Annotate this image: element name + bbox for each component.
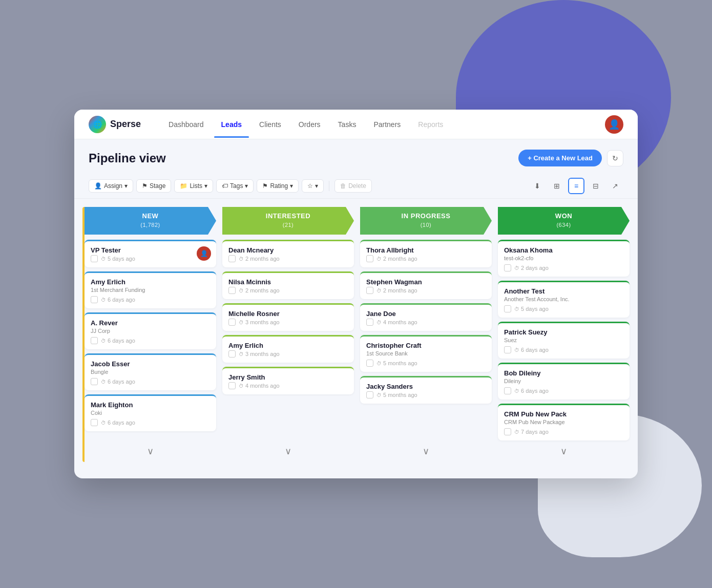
clock-icon xyxy=(239,319,244,325)
assign-button[interactable]: 👤 Assign ▾ xyxy=(89,179,133,193)
download-button[interactable]: ⬇ xyxy=(529,178,546,194)
table-row[interactable]: Jacky Sanders 5 months ago xyxy=(360,376,492,404)
card-footer: 7 days ago xyxy=(504,428,623,435)
card-checkbox[interactable] xyxy=(366,287,373,294)
card-title: Another Test xyxy=(504,287,623,295)
table-row[interactable]: Jerry Smith 4 months ago xyxy=(222,367,354,394)
table-row[interactable]: Dean Mcneary 2 months ago xyxy=(222,240,354,267)
page-header: Pipeline view + Create a New Lead ↻ xyxy=(74,139,638,174)
card-checkbox[interactable] xyxy=(366,319,373,326)
card-checkbox[interactable] xyxy=(504,346,511,353)
card-footer: 6 days ago xyxy=(91,378,210,385)
stage-button[interactable]: ⚑ Stage xyxy=(136,179,171,193)
card-footer: 2 months ago xyxy=(366,287,486,294)
nav-leads[interactable]: Leads xyxy=(214,116,249,133)
card-checkbox[interactable] xyxy=(366,360,373,367)
nav-dashboard[interactable]: Dashboard xyxy=(161,116,211,133)
clock-icon xyxy=(376,360,382,366)
nav-items: Dashboard Leads Clients Orders Tasks Par… xyxy=(161,116,605,133)
card-checkbox[interactable] xyxy=(91,337,98,344)
table-view-button[interactable]: ⊟ xyxy=(588,178,604,194)
card-checkbox[interactable] xyxy=(504,305,511,312)
lists-button[interactable]: 📁 Lists ▾ xyxy=(174,179,213,193)
table-row[interactable]: Patrick SuezySuez 6 days ago xyxy=(498,322,630,359)
table-row[interactable]: Jane Doe 4 months ago xyxy=(360,303,492,331)
cards-list-won: Oksana Khomatest-ok2-cfo 2 days ago Anot… xyxy=(498,240,630,440)
nav-tasks[interactable]: Tasks xyxy=(331,116,364,133)
card-checkbox[interactable] xyxy=(504,387,511,394)
assign-chevron: ▾ xyxy=(124,182,128,190)
table-row[interactable]: Amy Erlich 3 months ago xyxy=(222,335,354,363)
star-button[interactable]: ☆ ▾ xyxy=(302,179,324,193)
nav-clients[interactable]: Clients xyxy=(252,116,288,133)
delete-button[interactable]: 🗑 Delete xyxy=(334,179,372,193)
card-checkbox[interactable] xyxy=(91,419,98,426)
card-footer: 2 days ago xyxy=(504,264,623,271)
card-checkbox[interactable] xyxy=(228,255,236,262)
card-title: Nilsa Mcinnis xyxy=(228,278,348,286)
table-row[interactable]: Oksana Khomatest-ok2-cfo 2 days ago xyxy=(498,240,630,277)
table-row[interactable]: Jacob EsserBungle 6 days ago xyxy=(85,353,216,390)
card-checkbox[interactable] xyxy=(91,296,98,303)
cards-list-inprogress: Thora Allbright 2 months ago Stephen Wag… xyxy=(360,240,492,440)
card-checkbox[interactable] xyxy=(366,255,373,262)
kanban-view-button[interactable]: ≡ xyxy=(568,178,584,194)
logo-text: Sperse xyxy=(110,119,141,130)
table-row[interactable]: Christopher Craft1st Source Bank 5 month… xyxy=(360,335,492,372)
expand-button[interactable]: ↗ xyxy=(607,178,623,194)
card-checkbox[interactable] xyxy=(91,255,98,262)
rating-button[interactable]: ⚑ Rating ▾ xyxy=(257,179,299,193)
card-time: 3 months ago xyxy=(239,351,280,357)
table-row[interactable]: A. ReverJJ Corp 6 days ago xyxy=(85,312,216,349)
card-time: 5 days ago xyxy=(101,256,135,262)
table-row[interactable]: Michelle Rosner 3 months ago xyxy=(222,303,354,331)
user-avatar[interactable]: 👤 xyxy=(605,115,623,134)
card-checkbox[interactable] xyxy=(228,350,236,358)
card-time: 2 months ago xyxy=(239,256,280,262)
card-checkbox[interactable] xyxy=(228,287,236,294)
table-row[interactable]: Bob DileinyDileiny 6 days ago xyxy=(498,363,630,400)
create-lead-button[interactable]: + Create a New Lead xyxy=(518,150,602,166)
card-footer: 2 months ago xyxy=(228,287,348,294)
trash-icon: 🗑 xyxy=(340,182,346,190)
card-checkbox[interactable] xyxy=(228,319,236,326)
col-label-new: NEW(1,782) xyxy=(140,212,160,229)
card-subtitle: Bungle xyxy=(91,369,210,375)
load-more-button[interactable]: ∨ xyxy=(85,440,216,462)
table-row[interactable]: Another TestAnother Test Account, Inc. 5… xyxy=(498,281,630,318)
card-title: Jacky Sanders xyxy=(366,383,486,390)
rating-chevron: ▾ xyxy=(290,182,293,190)
table-row[interactable]: Thora Allbright 2 months ago xyxy=(360,240,492,267)
table-row[interactable]: Nilsa Mcinnis 2 months ago xyxy=(222,271,354,299)
main-window: 🌐 Sperse Dashboard Leads Clients Orders … xyxy=(74,110,638,478)
nav-partners[interactable]: Partners xyxy=(366,116,408,133)
clock-icon xyxy=(239,383,244,389)
nav-orders[interactable]: Orders xyxy=(291,116,328,133)
card-title: CRM Pub New Pack xyxy=(504,410,623,418)
card-title: Jane Doe xyxy=(366,310,486,318)
table-row[interactable]: Stephen Wagman 2 months ago xyxy=(360,271,492,299)
table-row[interactable]: CRM Pub New PackCRM Pub New Package 7 da… xyxy=(498,404,630,440)
clock-icon xyxy=(101,338,106,344)
card-footer: 6 days ago xyxy=(91,296,210,303)
tags-button[interactable]: 🏷 Tags ▾ xyxy=(216,179,254,193)
card-checkbox[interactable] xyxy=(504,428,511,435)
nav-reports[interactable]: Reports xyxy=(411,116,450,133)
card-title: Christopher Craft xyxy=(366,342,486,349)
clock-icon xyxy=(101,256,106,262)
table-row[interactable]: 👤VP Tester 5 days ago xyxy=(85,240,216,267)
card-time: 5 months ago xyxy=(376,392,417,398)
card-checkbox[interactable] xyxy=(228,382,236,389)
card-checkbox[interactable] xyxy=(91,378,98,385)
load-more-button[interactable]: ∨ xyxy=(222,440,354,462)
load-more-button[interactable]: ∨ xyxy=(498,440,630,462)
lists-chevron: ▾ xyxy=(204,182,207,190)
card-checkbox[interactable] xyxy=(504,264,511,271)
refresh-button[interactable]: ↻ xyxy=(607,150,623,166)
card-checkbox[interactable] xyxy=(366,391,373,398)
table-row[interactable]: Amy Erlich1st Merchant Funding 6 days ag… xyxy=(85,271,216,308)
tag-icon: 🏷 xyxy=(222,182,228,190)
table-row[interactable]: Mark EightonCoki 6 days ago xyxy=(85,394,216,431)
load-more-button[interactable]: ∨ xyxy=(360,440,492,462)
grid-view-button[interactable]: ⊞ xyxy=(549,178,565,194)
